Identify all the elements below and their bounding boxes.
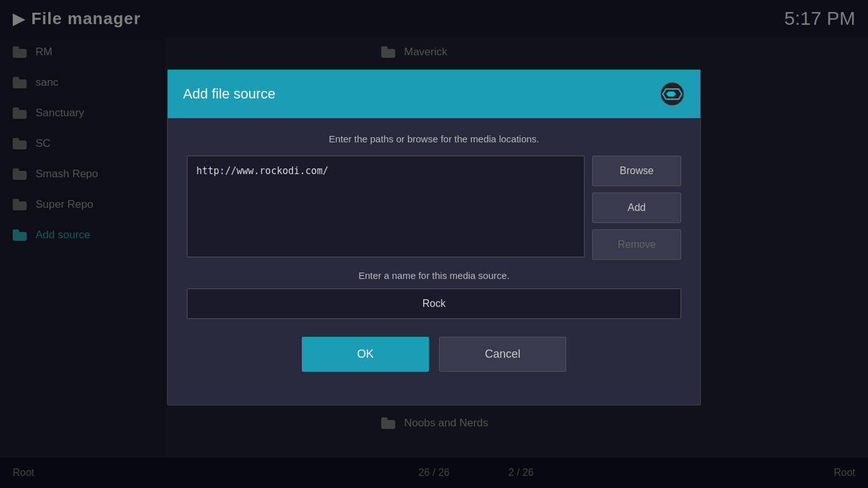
dialog-title: Add file source [183,86,276,102]
remove-button[interactable]: Remove [592,229,681,260]
name-instruction: Enter a name for this media source. [187,270,681,281]
source-buttons: Browse Add Remove [592,156,681,260]
source-url-input[interactable]: http://www.rockodi.com/ [187,156,585,257]
dialog-instruction: Enter the paths or browse for the media … [187,133,681,144]
dialog-body: Enter the paths or browse for the media … [168,118,700,405]
browse-button[interactable]: Browse [592,156,681,186]
kodi-logo-icon [660,81,685,107]
source-name-input[interactable] [187,288,681,319]
add-file-source-dialog: Add file source Enter the paths or brows… [167,69,701,405]
dialog-header: Add file source [168,70,700,118]
ok-button[interactable]: OK [302,337,429,372]
source-row: http://www.rockodi.com/ Browse Add Remov… [187,156,681,260]
dialog-footer: OK Cancel [187,337,681,390]
add-button[interactable]: Add [592,193,681,223]
cancel-button[interactable]: Cancel [439,337,566,372]
